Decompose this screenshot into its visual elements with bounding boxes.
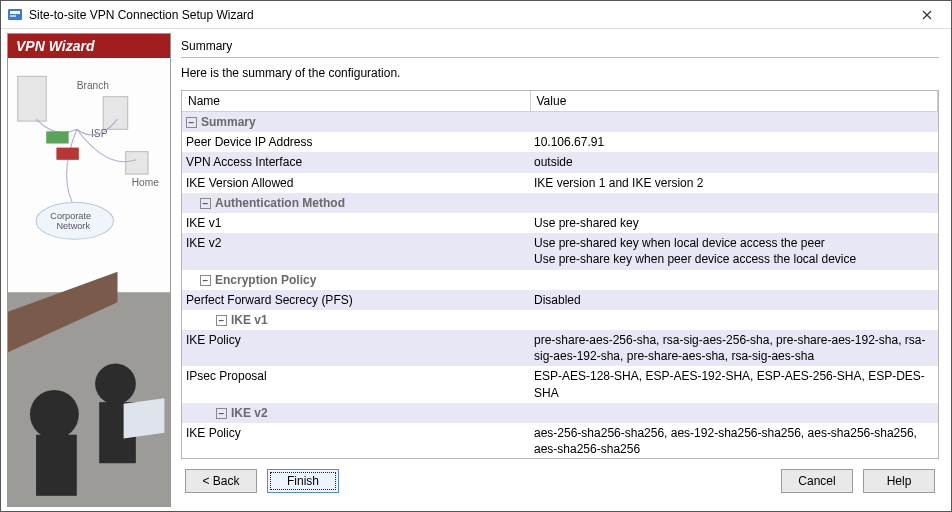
group-encryption[interactable]: −Encryption Policy (182, 270, 938, 290)
row-ikev1-ipsec: IPsec Proposal ESP-AES-128-SHA, ESP-AES-… (182, 366, 938, 402)
finish-button[interactable]: Finish (267, 469, 339, 493)
window-title: Site-to-site VPN Connection Setup Wizard (29, 8, 907, 22)
svg-rect-15 (56, 148, 78, 160)
row-pfs: Perfect Forward Secrecy (PFS) Disabled (182, 290, 938, 310)
svg-rect-18 (36, 435, 77, 496)
wizard-window: Site-to-site VPN Connection Setup Wizard… (0, 0, 952, 512)
svg-rect-1 (10, 11, 20, 14)
section-description: Here is the summary of the configuration… (181, 66, 939, 80)
svg-text:Branch: Branch (77, 80, 109, 91)
row-peer-ip: Peer Device IP Address 10.106.67.91 (182, 132, 938, 152)
svg-text:Corporate: Corporate (50, 211, 91, 221)
collapse-icon[interactable]: − (200, 275, 211, 286)
close-button[interactable] (907, 2, 947, 28)
svg-point-19 (95, 363, 136, 404)
group-auth[interactable]: −Authentication Method (182, 193, 938, 213)
summary-table[interactable]: Name Value −Summary Peer Device IP Addre… (181, 90, 939, 459)
svg-rect-7 (103, 97, 127, 130)
main-panel: Summary Here is the summary of the confi… (171, 29, 951, 511)
back-button[interactable]: < Back (185, 469, 257, 493)
row-auth-ikev1: IKE v1 Use pre-shared key (182, 213, 938, 233)
row-ikev1-policy: IKE Policy pre-share-aes-256-sha, rsa-si… (182, 330, 938, 366)
help-button[interactable]: Help (863, 469, 935, 493)
row-vpn-access: VPN Access Interface outside (182, 152, 938, 172)
group-summary[interactable]: −Summary (182, 112, 938, 133)
svg-rect-2 (10, 15, 16, 17)
cancel-button[interactable]: Cancel (781, 469, 853, 493)
collapse-icon[interactable]: − (216, 315, 227, 326)
group-enc-ikev1[interactable]: −IKE v1 (182, 310, 938, 330)
titlebar: Site-to-site VPN Connection Setup Wizard (1, 1, 951, 29)
button-row: < Back Finish Cancel Help (181, 459, 939, 503)
app-icon (7, 7, 23, 23)
sidebar: VPN Wizard Branch ISP Home (7, 33, 171, 507)
collapse-icon[interactable]: − (200, 198, 211, 209)
sidebar-title: VPN Wizard (8, 34, 170, 58)
svg-rect-16 (46, 131, 68, 143)
svg-text:Home: Home (132, 177, 159, 188)
svg-point-17 (30, 390, 79, 439)
column-header-value[interactable]: Value (530, 91, 938, 112)
column-header-name[interactable]: Name (182, 91, 530, 112)
svg-rect-8 (126, 152, 148, 174)
svg-text:Network: Network (56, 221, 90, 231)
collapse-icon[interactable]: − (216, 408, 227, 419)
row-ike-version: IKE Version Allowed IKE version 1 and IK… (182, 173, 938, 193)
row-ikev2-policy: IKE Policy aes-256-sha256-sha256, aes-19… (182, 423, 938, 459)
group-enc-ikev2[interactable]: −IKE v2 (182, 403, 938, 423)
svg-rect-21 (124, 398, 165, 438)
section-heading: Summary (181, 37, 939, 58)
svg-rect-6 (18, 76, 47, 121)
collapse-icon[interactable]: − (186, 117, 197, 128)
sidebar-illustration: Branch ISP Home Corporate Network (8, 58, 170, 506)
row-auth-ikev2: IKE v2 Use pre-shared key when local dev… (182, 233, 938, 269)
svg-rect-0 (8, 9, 22, 20)
